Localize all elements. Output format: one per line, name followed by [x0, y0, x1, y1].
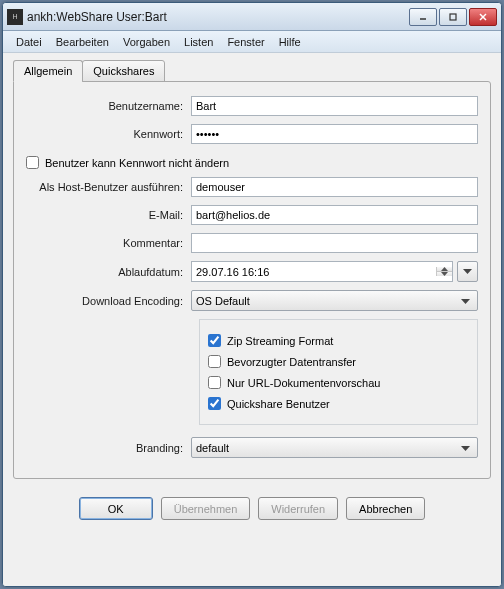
menu-edit[interactable]: Bearbeiten	[49, 33, 116, 51]
menu-file[interactable]: Datei	[9, 33, 49, 51]
url-preview-checkbox[interactable]	[208, 376, 221, 389]
encoding-value: OS Default	[196, 295, 457, 307]
revert-button[interactable]: Widerrufen	[258, 497, 338, 520]
maximize-button[interactable]	[439, 8, 467, 26]
hostuser-field[interactable]	[191, 177, 478, 197]
tab-general[interactable]: Allgemein	[13, 60, 83, 82]
expiry-calendar-button[interactable]	[457, 261, 478, 282]
email-field[interactable]	[191, 205, 478, 225]
panel-general: Benutzername: Kennwort: Benutzer kann Ke…	[13, 81, 491, 479]
cancel-button[interactable]: Abbrechen	[346, 497, 425, 520]
label-expiry: Ablaufdatum:	[26, 266, 191, 278]
menu-lists[interactable]: Listen	[177, 33, 220, 51]
expiry-field[interactable]: 29.07.16 16:16	[191, 261, 453, 282]
label-hostuser: Als Host-Benutzer ausführen:	[26, 181, 191, 193]
expiry-value: 29.07.16 16:16	[192, 266, 436, 278]
menu-defaults[interactable]: Vorgaben	[116, 33, 177, 51]
cannot-change-pw-checkbox[interactable]	[26, 156, 39, 169]
menubar: Datei Bearbeiten Vorgaben Listen Fenster…	[3, 31, 501, 53]
quickshare-user-checkbox[interactable]	[208, 397, 221, 410]
label-encoding: Download Encoding:	[26, 295, 191, 307]
close-button[interactable]	[469, 8, 497, 26]
branding-value: default	[196, 442, 457, 454]
app-icon: H	[7, 9, 23, 25]
ok-button[interactable]: OK	[79, 497, 153, 520]
password-field[interactable]	[191, 124, 478, 144]
window-title: ankh:WebShare User:Bart	[27, 10, 409, 24]
comment-field[interactable]	[191, 233, 478, 253]
branding-select[interactable]: default	[191, 437, 478, 458]
label-comment: Kommentar:	[26, 237, 191, 249]
zip-stream-label: Zip Streaming Format	[227, 335, 333, 347]
chevron-down-icon	[457, 295, 473, 307]
menu-help[interactable]: Hilfe	[272, 33, 308, 51]
quickshare-user-label: Quickshare Benutzer	[227, 398, 330, 410]
svg-rect-1	[450, 14, 456, 20]
tab-quickshares[interactable]: Quickshares	[82, 60, 165, 82]
pref-transfer-label: Bevorzugter Datentransfer	[227, 356, 356, 368]
label-branding: Branding:	[26, 442, 191, 454]
encoding-select[interactable]: OS Default	[191, 290, 478, 311]
username-field[interactable]	[191, 96, 478, 116]
label-password: Kennwort:	[26, 128, 191, 140]
zip-stream-checkbox[interactable]	[208, 334, 221, 347]
minimize-button[interactable]	[409, 8, 437, 26]
url-preview-label: Nur URL-Dokumentenvorschau	[227, 377, 380, 389]
options-group: Zip Streaming Format Bevorzugter Datentr…	[199, 319, 478, 425]
menu-window[interactable]: Fenster	[220, 33, 271, 51]
titlebar[interactable]: H ankh:WebShare User:Bart	[3, 3, 501, 31]
label-email: E-Mail:	[26, 209, 191, 221]
apply-button[interactable]: Übernehmen	[161, 497, 251, 520]
expiry-spin-down[interactable]	[437, 272, 452, 276]
label-username: Benutzername:	[26, 100, 191, 112]
pref-transfer-checkbox[interactable]	[208, 355, 221, 368]
chevron-down-icon	[457, 442, 473, 454]
cannot-change-pw-label: Benutzer kann Kennwort nicht ändern	[45, 157, 229, 169]
